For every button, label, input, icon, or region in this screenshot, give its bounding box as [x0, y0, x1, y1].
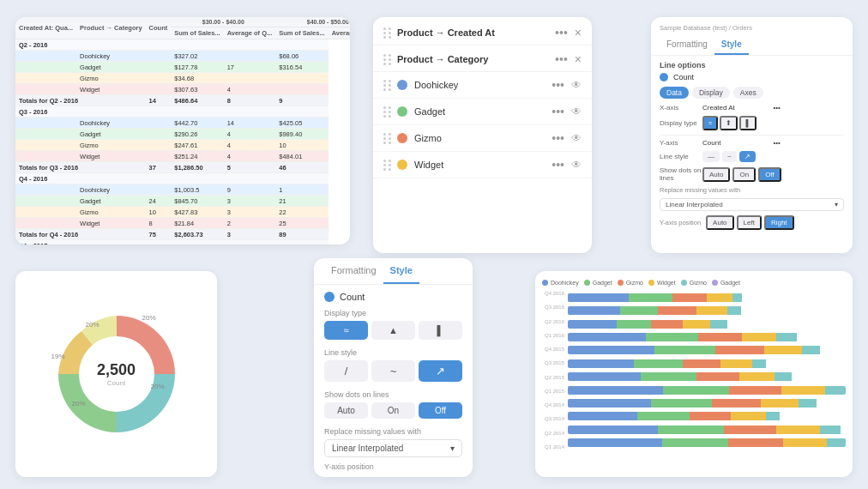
style2-btn-bar[interactable]: ▌ [419, 321, 462, 340]
line-style-straight[interactable]: — [702, 151, 720, 162]
bar-row [568, 410, 846, 422]
item-drag-handle[interactable] [383, 160, 392, 171]
style2-btn-line[interactable]: ≈ [324, 321, 368, 340]
style2-line-stepped[interactable]: ↗ [419, 360, 462, 382]
eye-icon[interactable]: 👁 [571, 159, 582, 171]
legend-dot [681, 280, 687, 286]
bar-row [568, 397, 846, 409]
pivot-row-sum1: $251.24 [171, 151, 223, 162]
xaxis-more[interactable]: ••• [774, 104, 845, 112]
bar-segment [658, 426, 724, 434]
legend-label: Gadget [720, 280, 740, 286]
pill-display[interactable]: Display [692, 87, 730, 99]
bar-segment [761, 399, 799, 408]
style2-line-straight[interactable]: / [324, 360, 368, 382]
pill-data[interactable]: Data [660, 87, 689, 99]
bar-row [568, 331, 846, 343]
pivot-row-sum2: 10 [275, 140, 328, 151]
drag-handle-1[interactable] [383, 27, 392, 39]
style-panel-card: Sample Database (test) / Orders Formatti… [651, 17, 853, 253]
legend-item: Gizmo [618, 280, 643, 286]
eye-icon[interactable]: 👁 [571, 132, 582, 144]
pivot-row-category: Gadget [76, 129, 146, 140]
sub-more-options-button[interactable]: ••• [555, 52, 568, 66]
display-btn-bar[interactable]: ▌ [739, 116, 756, 130]
eye-icon[interactable]: 👁 [571, 106, 582, 118]
dots-off[interactable]: Off [758, 167, 781, 182]
category-item: Gadget ••• 👁 [373, 99, 592, 125]
style2-replace-dropdown[interactable]: Linear Interpolated ▾ [324, 439, 462, 457]
pct-gizmo: 20% [72, 400, 86, 408]
yaxis-label: Y-axis [660, 139, 702, 147]
stacked-bar[interactable] [568, 426, 846, 434]
pivot-row-category: Doohickey [76, 51, 146, 62]
display-btn-area[interactable]: ⬆ [720, 116, 738, 130]
pivot-table: Created At: Qua... Product → Category Co… [15, 17, 350, 244]
line-style-label: Line style [660, 153, 702, 160]
pivot-row-sum2: $316.54 [275, 62, 328, 73]
item-more-button[interactable]: ••• [552, 78, 564, 92]
style2-dots-auto[interactable]: Auto [324, 402, 368, 419]
close-button-sub[interactable]: × [575, 52, 582, 66]
yaxis-more[interactable]: ••• [774, 139, 845, 147]
style2-line-curved[interactable]: ~ [371, 360, 415, 382]
pivot-row-quarter [15, 62, 76, 73]
stacked-bar[interactable] [568, 333, 846, 341]
stacked-bar[interactable] [568, 399, 846, 408]
pivot-row-sum1: $1,003.5 [171, 184, 223, 196]
y-axis-label: Q4 2015 [542, 347, 564, 352]
dots-auto[interactable]: Auto [702, 167, 730, 182]
item-drag-handle[interactable] [383, 133, 392, 144]
style2-line-style-label: Line style [324, 348, 462, 357]
ypos-right[interactable]: Right [764, 215, 794, 230]
stacked-bar[interactable] [568, 438, 846, 447]
replace-dropdown[interactable]: Linear Interpolated ▾ [660, 198, 844, 211]
stacked-bar[interactable] [568, 293, 846, 302]
bar-segment [727, 306, 741, 315]
style2-btn-area[interactable]: ▲ [371, 321, 415, 340]
eye-icon[interactable]: 👁 [571, 79, 582, 91]
dots-on[interactable]: On [732, 167, 756, 182]
line-style-stepped[interactable]: ↗ [739, 151, 756, 162]
pivot-row-quarter [15, 140, 76, 151]
stacked-bar[interactable] [568, 412, 846, 420]
bar-segment [710, 320, 727, 329]
dots-options: Auto On Off [702, 167, 781, 182]
line-style-curved[interactable]: ~ [722, 151, 737, 162]
item-more-button[interactable]: ••• [552, 158, 564, 172]
ypos-left[interactable]: Left [737, 215, 762, 230]
tab2-style[interactable]: Style [383, 258, 419, 284]
bar-segment [637, 412, 690, 420]
tab-style[interactable]: Style [714, 35, 749, 55]
stacked-bar[interactable] [568, 359, 846, 368]
tab2-formatting[interactable]: Formatting [324, 258, 383, 284]
stacked-bar[interactable] [568, 306, 846, 315]
style2-display-btns: ≈ ▲ ▌ [324, 321, 462, 340]
tab-formatting[interactable]: Formatting [660, 35, 714, 55]
stacked-bar[interactable] [568, 386, 846, 395]
pivot-group-header-2: $40.00 - $50.00 [275, 17, 350, 27]
pivot-avg2-header: Average of Q... [329, 27, 350, 39]
line-options-title: Line options [660, 61, 844, 69]
pill-axes[interactable]: Axes [733, 87, 763, 99]
stacked-bar[interactable] [568, 320, 846, 329]
stacked-bar[interactable] [568, 346, 846, 354]
more-options-button[interactable]: ••• [555, 26, 568, 39]
y-axis-label: Q1 2014 [542, 444, 564, 450]
pivot-total-sum1: $1,286.50 [171, 162, 223, 173]
pivot-avg1-header: Average of Q... [224, 27, 276, 39]
style2-dots-off[interactable]: Off [419, 402, 462, 419]
item-drag-handle[interactable] [383, 106, 392, 118]
close-button-top[interactable]: × [575, 26, 582, 39]
bar-segment [654, 346, 715, 354]
item-more-button[interactable]: ••• [552, 131, 564, 145]
display-btn-line[interactable]: ≈ [702, 116, 718, 130]
item-more-button[interactable]: ••• [552, 105, 564, 118]
style2-dots-on[interactable]: On [371, 402, 415, 419]
stacked-bar[interactable] [568, 372, 846, 381]
bar-segment [827, 438, 846, 447]
pivot-row-count: 8 [146, 218, 172, 229]
ypos-auto[interactable]: Auto [706, 215, 733, 230]
item-drag-handle[interactable] [383, 80, 392, 91]
drag-handle-2[interactable] [383, 54, 392, 65]
